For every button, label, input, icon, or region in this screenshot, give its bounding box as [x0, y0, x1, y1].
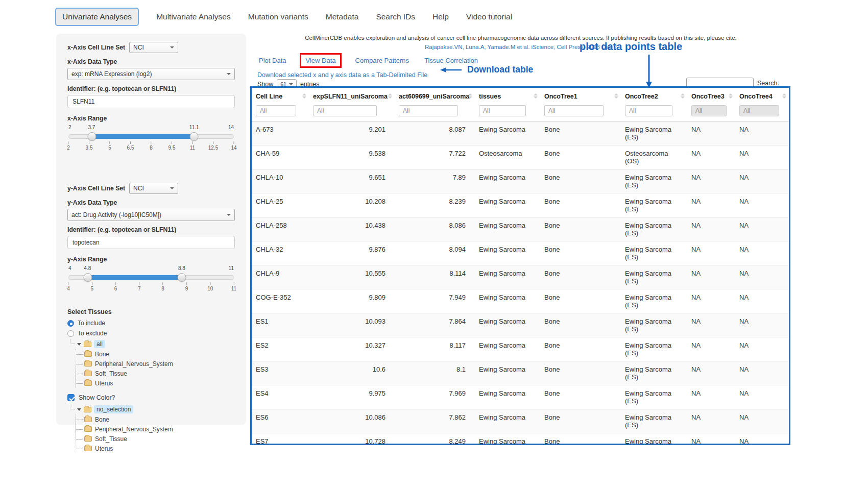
filter-input-oncotree3[interactable] [691, 105, 727, 116]
caret-down-icon[interactable] [77, 408, 81, 411]
show-color-checkbox-row[interactable]: Show Color? [67, 394, 235, 401]
filter-input-oncotree2[interactable] [625, 105, 672, 116]
sort-icon[interactable] [388, 93, 392, 99]
cell-expslfn11-unisarcoma: 10.555 [309, 265, 395, 289]
table-row[interactable]: COG-E-3529.8097.949Ewing SarcomaBoneEwin… [252, 289, 789, 313]
sort-icon[interactable] [468, 93, 472, 99]
nav-tab-univariate-analyses[interactable]: Univariate Analyses [55, 8, 139, 26]
slider-handle-low[interactable] [88, 132, 97, 141]
cell-tissues: Ewing Sarcoma [475, 361, 540, 385]
column-header-oncotree4[interactable]: OncoTree4 [735, 88, 789, 104]
nav-tab-search-ids[interactable]: Search IDs [376, 12, 415, 21]
table-row[interactable]: ES110.0937.864Ewing SarcomaBoneEwing Sar… [252, 313, 789, 337]
caret-down-icon[interactable] [77, 343, 81, 346]
tree-item-peripheral-nervous-system[interactable]: Peripheral_Nervous_System [76, 359, 235, 369]
table-row[interactable]: CHLA-2510.2088.239Ewing SarcomaBoneEwing… [252, 193, 789, 217]
x-identifier-input[interactable] [67, 95, 235, 108]
column-header-expslfn11-unisarcoma[interactable]: expSLFN11_uniSarcoma [309, 88, 395, 104]
x-data-type-select[interactable]: exp: mRNA Expression (log2) [67, 68, 235, 80]
nav-tab-video-tutorial[interactable]: Video tutorial [466, 12, 512, 21]
filter-cell [540, 104, 621, 121]
cell-oncotree2: Ewing Sarcoma (ES) [621, 385, 687, 409]
select-tissues-label: Select Tissues [67, 308, 235, 315]
tree-root-label[interactable]: all [94, 340, 105, 348]
tree-item-uterus[interactable]: Uterus [76, 444, 235, 453]
nav-tab-mutation-variants[interactable]: Mutation variants [248, 12, 308, 21]
filter-input-expslfn11-unisarcoma[interactable] [313, 105, 377, 116]
tab-plot-data[interactable]: Plot Data [257, 54, 287, 67]
tree-root-no-selection[interactable]: no_selection [68, 405, 235, 413]
table-row[interactable]: ES49.9757.969Ewing SarcomaBoneEwing Sarc… [252, 385, 789, 409]
cell-oncotree2: Ewing Sarcoma (ES) [621, 433, 687, 446]
column-header-oncotree1[interactable]: OncoTree1 [540, 88, 621, 104]
sort-icon[interactable] [729, 93, 733, 99]
tissue-include-tree: all BonePeripheral_Nervous_SystemSoft_Ti… [68, 340, 235, 388]
table-row[interactable]: ES310.68.1Ewing SarcomaBoneEwing Sarcoma… [252, 361, 789, 385]
column-header-tissues[interactable]: tissues [475, 88, 540, 104]
cell-cell-line: CHLA-32 [252, 241, 309, 265]
checkbox-checked-icon[interactable] [67, 394, 75, 401]
sort-icon[interactable] [302, 93, 306, 99]
cell-tissues: Ewing Sarcoma [475, 433, 540, 446]
sort-icon[interactable] [534, 93, 538, 99]
x-cell-line-set-select[interactable]: NCI [129, 42, 178, 53]
download-link[interactable]: Download selected x and y axis data as a… [257, 71, 427, 79]
table-row[interactable]: ES210.3278.117Ewing SarcomaBoneEwing Sar… [252, 337, 789, 361]
filter-input-oncotree1[interactable] [544, 105, 604, 116]
table-header-row: Cell LineexpSLFN11_uniSarcomaact609699_u… [252, 88, 789, 104]
tree-item-soft-tissue[interactable]: Soft_Tissue [76, 369, 235, 378]
table-row[interactable]: CHLA-109.6517.89Ewing SarcomaBoneEwing S… [252, 169, 789, 193]
tree-item-uterus[interactable]: Uterus [76, 378, 235, 388]
table-row[interactable]: CHLA-329.8768.094Ewing SarcomaBoneEwing … [252, 241, 789, 265]
table-row[interactable]: ES710.7288.249Ewing SarcomaBoneEwing Sar… [252, 433, 789, 446]
slider-handle-low[interactable] [84, 273, 92, 282]
tree-root-all[interactable]: all [68, 340, 235, 348]
filter-input-tissues[interactable] [479, 105, 526, 116]
table-row[interactable]: ES610.0867.862Ewing SarcomaBoneEwing Sar… [252, 409, 789, 433]
radio-to-exclude[interactable]: To exclude [67, 330, 235, 337]
nav-tab-multivariate-analyses[interactable]: Multivariate Analyses [156, 12, 231, 21]
column-header-cell-line[interactable]: Cell Line [252, 88, 309, 104]
filter-input-oncotree4[interactable] [739, 105, 779, 116]
sort-icon[interactable] [614, 93, 618, 99]
cell-act609699-unisarcoma: 8.117 [395, 337, 475, 361]
table-row[interactable]: CHLA-910.5558.114Ewing SarcomaBoneEwing … [252, 265, 789, 289]
tab-view-data[interactable]: View Data [300, 53, 341, 68]
y-cell-line-set-select[interactable]: NCI [129, 183, 178, 194]
cell-oncotree1: Bone [540, 241, 621, 265]
tree-item-soft-tissue[interactable]: Soft_Tissue [76, 434, 235, 444]
y-identifier-input[interactable] [67, 236, 235, 249]
slider-track[interactable] [68, 275, 234, 280]
table-row[interactable]: CHA-599.5387.722OsteosarcomaBoneOsteosar… [252, 145, 789, 169]
column-header-oncotree3[interactable]: OncoTree3 [687, 88, 735, 104]
citation-link[interactable]: Rajapakse.VN, Luna.A, Yamade.M et al. iS… [250, 44, 791, 50]
slider-handle-high[interactable] [189, 132, 198, 141]
sort-icon[interactable] [782, 93, 786, 99]
folder-icon [84, 341, 91, 347]
column-header-oncotree2[interactable]: OncoTree2 [621, 88, 687, 104]
column-header-act609699-unisarcoma[interactable]: act609699_uniSarcoma [395, 88, 475, 104]
tree-root-label[interactable]: no_selection [94, 405, 133, 413]
filter-input-act609699-unisarcoma[interactable] [399, 105, 458, 116]
filter-input-cell-line[interactable] [256, 105, 296, 116]
table-row[interactable]: CHLA-25810.4388.086Ewing SarcomaBoneEwin… [252, 217, 789, 241]
sort-icon[interactable] [681, 93, 685, 99]
column-header-label: OncoTree4 [739, 93, 773, 100]
nav-tab-metadata[interactable]: Metadata [326, 12, 359, 21]
filter-cell [475, 104, 540, 121]
radio-to-include[interactable]: To include [67, 320, 235, 327]
tree-item-bone[interactable]: Bone [76, 349, 235, 359]
column-header-label: OncoTree3 [691, 93, 725, 100]
y-data-type-select[interactable]: act: Drug Activity (-log10[IC50M]) [67, 209, 235, 221]
slider-handle-high[interactable] [177, 273, 186, 282]
cell-expslfn11-unisarcoma: 10.208 [309, 193, 395, 217]
tree-item-peripheral-nervous-system[interactable]: Peripheral_Nervous_System [76, 424, 235, 434]
tree-item-bone[interactable]: Bone [76, 414, 235, 424]
slider-track[interactable] [68, 134, 234, 139]
table-row[interactable]: A-6739.2018.087Ewing SarcomaBoneEwing Sa… [252, 121, 789, 145]
cell-expslfn11-unisarcoma: 10.438 [309, 217, 395, 241]
tab-compare-patterns[interactable]: Compare Patterns [354, 54, 411, 67]
cell-act609699-unisarcoma: 8.239 [395, 193, 475, 217]
nav-tab-help[interactable]: Help [432, 12, 449, 21]
cell-cell-line: ES4 [252, 385, 309, 409]
